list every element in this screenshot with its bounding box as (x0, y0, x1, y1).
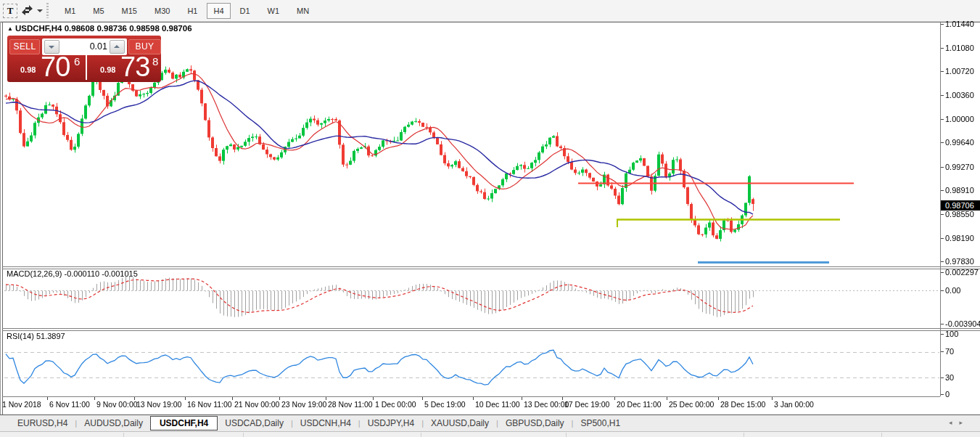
symbol-triangle-icon: ▲ (7, 25, 13, 32)
price-axis-label: 1.01440 (945, 20, 974, 28)
sell-price-prefix: 0.98 (20, 65, 36, 74)
rsi-label: RSI(14) 51.3897 (7, 332, 65, 340)
chart-tab-audusd[interactable]: AUDUSD,Daily (77, 416, 150, 430)
buy-price-sup: 8 (152, 55, 158, 68)
sell-price-sup: 6 (74, 55, 80, 68)
timeframe-button-h1[interactable]: H1 (179, 3, 205, 19)
price-axis-label: 0.98910 (945, 186, 974, 195)
time-axis-label: 23 Nov 19:00 (281, 400, 326, 409)
chart-tab-usdjpy[interactable]: USDJPY,H4 (361, 416, 421, 430)
toolbar: T M1M5M15M30H1H4D1W1MN (0, 0, 980, 22)
chart-tab-gbpusd[interactable]: GBPUSD,Daily (498, 416, 572, 430)
timeframe-button-m5[interactable]: M5 (85, 3, 112, 19)
toolbar-separator (46, 3, 49, 18)
current-price-badge: 0.98706 (941, 200, 980, 211)
time-axis-label: 9 Nov 00:00 (96, 400, 138, 409)
indicator-axis-label: 0 (945, 390, 950, 399)
price-axis-label: 1.01080 (945, 44, 974, 52)
timeframe-button-h4[interactable]: H4 (207, 3, 230, 19)
chart-title: ▲USDCHF,H4 0.98608 0.98736 0.98598 0.987… (7, 24, 192, 33)
tab-scroll-arrows[interactable]: ◂▸ (949, 419, 970, 426)
caret-up-icon (114, 45, 120, 48)
sell-price-big: 70 (41, 52, 70, 83)
price-axis-label: 0.98550 (945, 210, 974, 218)
text-tool-button[interactable]: T (3, 4, 17, 18)
chart-tab-xauusd[interactable]: XAUUSD,Daily (424, 416, 496, 430)
indicator-axis-label: 0.00 (945, 286, 960, 295)
time-axis-label: 25 Dec 00:00 (669, 400, 714, 409)
time-axis-label: 1 Nov 2018 (2, 400, 41, 409)
time-axis-label: 6 Nov 11:00 (49, 400, 90, 409)
time-axis-label: 16 Nov 11:00 (187, 400, 232, 409)
chart-tab-eurusd[interactable]: EURUSD,H4 (10, 416, 75, 430)
timeframe-button-d1[interactable]: D1 (232, 3, 258, 19)
price-axis-label: 0.99270 (945, 163, 974, 171)
time-axis-label: 28 Dec 15:00 (720, 400, 765, 409)
time-axis-label: 28 Nov 11:00 (328, 400, 373, 409)
timeframe-buttons: M1M5M15M30H1H4D1W1MN (57, 0, 318, 21)
indicator-axis-label: 30 (945, 373, 954, 382)
timeframe-button-m30[interactable]: M30 (147, 3, 178, 19)
timeframe-button-mn[interactable]: MN (289, 3, 317, 19)
price-axis-label: 1.00000 (945, 115, 974, 123)
indicator-axis-label: 70 (945, 347, 954, 356)
time-axis-label: 20 Dec 11:00 (617, 400, 662, 409)
cursor-tool-icon[interactable] (21, 5, 33, 16)
time-axis-label: 13 Nov 19:00 (136, 400, 181, 409)
indicator-axis-label: -0.003904 (945, 319, 980, 328)
chart-tab-usdchf[interactable]: USDCHF,H4 (150, 416, 218, 430)
time-axis-label: 3 Jan 00:00 (774, 400, 814, 409)
one-click-trading-panel: SELL 0.01 BUY 0.98 70 6 0.98 73 8 (7, 36, 161, 82)
tool-dropdown-caret-icon[interactable] (37, 9, 43, 12)
price-axis-label: 0.97830 (945, 257, 974, 266)
caret-down-icon (49, 46, 54, 49)
price-axis-label: 0.99640 (945, 138, 974, 147)
buy-price-prefix: 0.98 (100, 65, 115, 74)
buy-price-big: 73 (120, 52, 149, 83)
timeframe-button-w1[interactable]: W1 (260, 3, 288, 19)
status-bar (0, 431, 980, 437)
timeframe-button-m1[interactable]: M1 (57, 3, 83, 19)
chart-tab-usdcnh[interactable]: USDCNH,H4 (293, 416, 358, 430)
indicator-axis-label: 100 (945, 330, 958, 338)
time-axis-label: 5 Dec 19:00 (424, 400, 466, 409)
time-axis-label: 17 Dec 19:00 (564, 400, 609, 409)
price-axis-label: 1.00720 (945, 67, 974, 75)
sell-button[interactable]: SELL (9, 39, 40, 54)
macd-label: MACD(12,26,9) -0.000110 -0.001015 (7, 269, 138, 278)
chart-tabs-bar: EURUSD,H4|AUDUSD,DailyUSDCHF,H4USDCAD,Da… (0, 414, 980, 431)
time-axis-label: 13 Dec 00:00 (524, 400, 569, 409)
time-axis-label: 21 Nov 00:00 (234, 400, 279, 409)
chart-tab-sp500[interactable]: SP500,H1 (573, 416, 627, 430)
price-axis-label: 1.00360 (945, 91, 974, 99)
price-axis-label: 0.98190 (945, 234, 974, 242)
chart-tab-usdcad[interactable]: USDCAD,Daily (218, 416, 291, 430)
time-axis-label: 10 Dec 11:00 (475, 400, 520, 409)
timeframe-button-m15[interactable]: M15 (114, 3, 145, 19)
price-divider (86, 55, 87, 80)
indicator-axis-label: 0.002297 (945, 268, 979, 277)
time-axis-label: 1 Dec 00:00 (375, 400, 416, 409)
